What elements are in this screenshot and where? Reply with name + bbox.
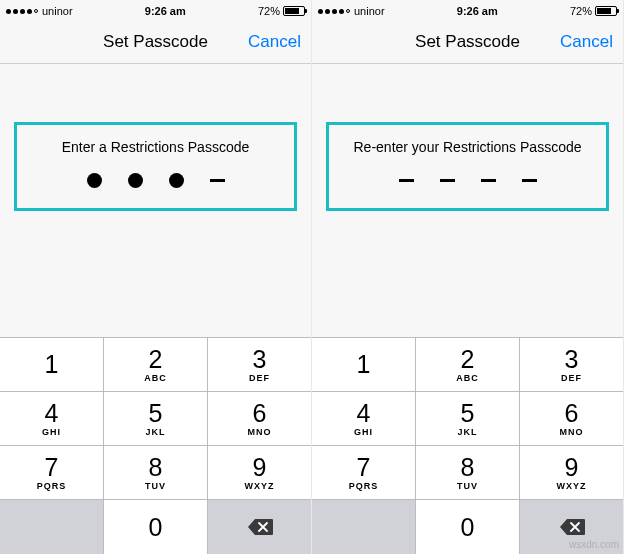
prompt-label: Re-enter your Restrictions Passcode [335,139,600,155]
passcode-dots [335,173,600,188]
phone-screen-2: uninor 9:26 am 72% Set Passcode Cancel R… [312,0,624,554]
key-7[interactable]: 7PQRS [312,446,416,500]
key-4[interactable]: 4GHI [0,392,104,446]
passcode-dot-empty [522,173,537,188]
key-6[interactable]: 6MNO [520,392,623,446]
prompt-label: Enter a Restrictions Passcode [23,139,288,155]
passcode-dot-filled [128,173,143,188]
nav-bar: Set Passcode Cancel [312,20,623,64]
passcode-dot-empty [440,173,455,188]
passcode-prompt-box: Re-enter your Restrictions Passcode [326,122,609,211]
passcode-dot-empty [399,173,414,188]
key-5[interactable]: 5JKL [416,392,520,446]
passcode-dots [23,173,288,188]
battery-icon [595,6,617,16]
key-1[interactable]: 1 [312,338,416,392]
carrier-label: uninor [354,5,385,17]
passcode-prompt-box: Enter a Restrictions Passcode [14,122,297,211]
key-4[interactable]: 4GHI [312,392,416,446]
passcode-dot-empty [481,173,496,188]
page-title: Set Passcode [415,32,520,52]
key-0[interactable]: 0 [104,500,208,554]
status-right: 72% [570,5,617,17]
status-right: 72% [258,5,305,17]
key-8[interactable]: 8TUV [104,446,208,500]
passcode-dot-filled [169,173,184,188]
battery-icon [283,6,305,16]
backspace-button[interactable] [520,500,623,554]
clock-label: 9:26 am [145,5,186,17]
cancel-button[interactable]: Cancel [248,32,301,52]
carrier-label: uninor [42,5,73,17]
page-title: Set Passcode [103,32,208,52]
backspace-button[interactable] [208,500,311,554]
status-bar: uninor 9:26 am 72% [0,0,311,20]
battery-percent: 72% [258,5,280,17]
content-area: Enter a Restrictions Passcode [0,64,311,271]
key-blank [0,500,104,554]
phone-screen-1: uninor 9:26 am 72% Set Passcode Cancel E… [0,0,312,554]
passcode-dot-empty [210,173,225,188]
signal-icon [318,9,350,14]
key-blank [312,500,416,554]
key-2[interactable]: 2ABC [416,338,520,392]
key-3[interactable]: 3DEF [520,338,623,392]
backspace-icon [559,518,585,536]
battery-percent: 72% [570,5,592,17]
key-9[interactable]: 9WXYZ [520,446,623,500]
cancel-button[interactable]: Cancel [560,32,613,52]
clock-label: 9:26 am [457,5,498,17]
key-0[interactable]: 0 [416,500,520,554]
key-6[interactable]: 6MNO [208,392,311,446]
key-1[interactable]: 1 [0,338,104,392]
status-left: uninor [318,5,385,17]
signal-icon [6,9,38,14]
numeric-keypad: 1 2ABC 3DEF 4GHI 5JKL 6MNO 7PQRS 8TUV 9W… [0,337,311,554]
key-9[interactable]: 9WXYZ [208,446,311,500]
status-bar: uninor 9:26 am 72% [312,0,623,20]
key-5[interactable]: 5JKL [104,392,208,446]
backspace-icon [247,518,273,536]
key-8[interactable]: 8TUV [416,446,520,500]
key-2[interactable]: 2ABC [104,338,208,392]
numeric-keypad: 1 2ABC 3DEF 4GHI 5JKL 6MNO 7PQRS 8TUV 9W… [312,337,623,554]
passcode-dot-filled [87,173,102,188]
key-3[interactable]: 3DEF [208,338,311,392]
key-7[interactable]: 7PQRS [0,446,104,500]
nav-bar: Set Passcode Cancel [0,20,311,64]
content-area: Re-enter your Restrictions Passcode [312,64,623,271]
status-left: uninor [6,5,73,17]
